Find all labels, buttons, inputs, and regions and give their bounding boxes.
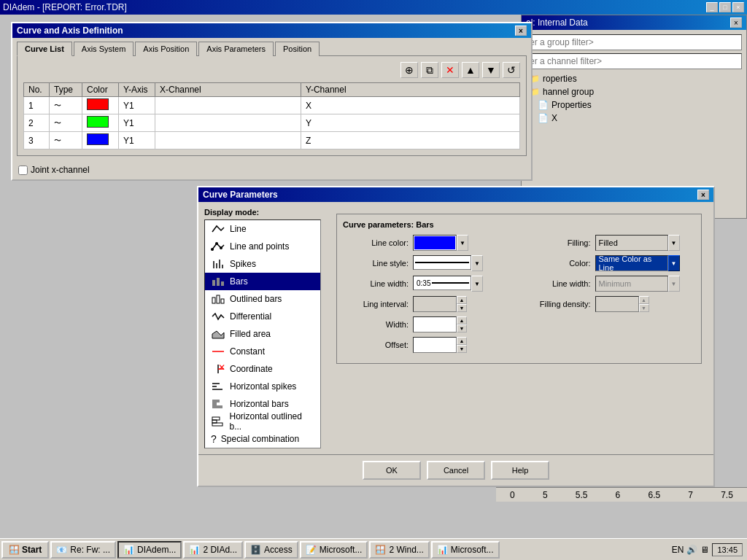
offset-down[interactable]: ▼: [457, 345, 467, 353]
color-dropdown-btn[interactable]: ▼: [668, 255, 680, 271]
offset-spinbox: 0 ▲ ▼: [413, 337, 467, 353]
panel-close-btn[interactable]: ×: [730, 18, 742, 28]
line-color-dropdown[interactable]: [413, 235, 457, 251]
filling-density-up[interactable]: ▲: [639, 296, 649, 304]
ling-interval-input[interactable]: 5: [413, 296, 457, 312]
mode-filled-area[interactable]: Filled area: [205, 325, 320, 343]
copy-curve-btn[interactable]: ⧉: [421, 62, 438, 78]
mode-h-spikes[interactable]: Horizontal spikes: [205, 378, 320, 395]
ok-button[interactable]: OK: [363, 461, 421, 480]
line-width-label: Line width:: [343, 279, 409, 288]
line-width-dropdown-btn[interactable]: ▼: [471, 276, 483, 292]
delete-curve-btn[interactable]: ✕: [441, 62, 459, 78]
diadem-icon: 📊: [123, 545, 134, 555]
line-width2-dropdown-btn[interactable]: ▼: [668, 276, 680, 292]
curve-axis-close-btn[interactable]: ×: [515, 26, 527, 36]
speaker-icon: 🔊: [686, 545, 697, 555]
close-btn[interactable]: ×: [732, 2, 744, 12]
line-style-label: Line style:: [343, 259, 409, 268]
taskbar-diadem2[interactable]: 📊 2 DIAd...: [183, 541, 243, 559]
window-icon: 🪟: [375, 545, 386, 555]
line-style-dropdown-btn[interactable]: ▼: [471, 255, 483, 271]
row3-xchannel: [155, 132, 301, 149]
tab-curve-list[interactable]: Curve List: [17, 42, 72, 56]
curve-params-inner: Display mode: Line Line and points Spike…: [198, 202, 713, 454]
line-width2-value: Minimum: [595, 276, 668, 292]
svg-rect-27: [212, 423, 222, 426]
tree-properties-sub[interactable]: 📄Properties: [526, 98, 742, 112]
mode-bars[interactable]: Bars: [205, 273, 320, 290]
taskbar-diadem[interactable]: 📊 DIAdem...: [117, 541, 182, 559]
mode-outlined-bars[interactable]: Outlined bars: [205, 290, 320, 308]
offset-up[interactable]: ▲: [457, 337, 467, 345]
joint-x-channel-text: Joint x-channel: [31, 165, 90, 175]
tree-properties[interactable]: 📁roperties: [526, 72, 742, 85]
taskbar-refw[interactable]: 📧 Re: Fw: ...: [50, 541, 116, 559]
restore-btn[interactable]: □: [719, 2, 731, 12]
mode-spikes[interactable]: Spikes: [205, 255, 320, 273]
tab-axis-system[interactable]: Axis System: [74, 42, 134, 56]
line-width-row: Line width: 0:35 ▼: [343, 276, 514, 292]
mode-h-bars[interactable]: Horizontal bars: [205, 395, 320, 413]
width-input[interactable]: 0: [413, 316, 457, 332]
ling-interval-up[interactable]: ▲: [457, 296, 467, 304]
tree-channel-group[interactable]: 📁hannel group: [526, 85, 742, 98]
tree-x[interactable]: 📄X: [526, 112, 742, 125]
move-down-btn[interactable]: ▼: [482, 62, 500, 78]
filling-dropdown-btn[interactable]: ▼: [668, 235, 680, 251]
svg-rect-23: [212, 402, 217, 405]
filling-density-down[interactable]: ▼: [639, 304, 649, 312]
taskbar-microsoft[interactable]: 📝 Microsoft...: [300, 541, 368, 559]
group-filter-input[interactable]: [526, 34, 742, 50]
curve-axis-title-bar: Curve and Axis Definition ×: [12, 23, 531, 38]
move-up-btn[interactable]: ▲: [462, 62, 479, 78]
svg-rect-25: [212, 417, 220, 420]
mode-constant[interactable]: Constant: [205, 343, 320, 360]
help-button[interactable]: Help: [491, 461, 549, 480]
width-spinbox: 0 ▲ ▼: [413, 316, 467, 332]
line-color-dropdown-btn[interactable]: ▼: [457, 235, 468, 251]
joint-x-channel-checkbox[interactable]: [18, 166, 28, 175]
mode-differential[interactable]: Differential: [205, 308, 320, 325]
mode-line[interactable]: Line: [205, 220, 320, 238]
add-curve-btn[interactable]: ⊕: [400, 62, 418, 78]
table-row[interactable]: 2 〜 Y1 Y: [24, 114, 520, 132]
cancel-button[interactable]: Cancel: [427, 461, 485, 480]
taskbar-access[interactable]: 🗄️ Access: [244, 541, 298, 559]
panel-title: al: Internal Data: [526, 18, 588, 28]
width-down[interactable]: ▼: [457, 324, 467, 332]
width-spin-btns: ▲ ▼: [457, 316, 467, 332]
row3-no: 3: [24, 132, 50, 149]
mode-h-outlined[interactable]: Horizontal outlined b...: [205, 413, 320, 430]
taskbar-excel[interactable]: 📊 Microsoft...: [431, 541, 500, 559]
outlined-bars-icon: [211, 293, 225, 305]
row3-ychannel: Z: [301, 132, 520, 149]
width-up[interactable]: ▲: [457, 316, 467, 324]
offset-input[interactable]: 0: [413, 337, 457, 353]
spikes-icon: [211, 258, 225, 270]
reset-btn[interactable]: ↺: [503, 62, 520, 78]
curve-params-close-btn[interactable]: ×: [697, 190, 709, 200]
taskbar-window[interactable]: 🪟 2 Wind...: [369, 541, 429, 559]
curve-table: No. Type Color Y-Axis X-Channel Y-Channe…: [23, 82, 520, 149]
mode-line-points[interactable]: Line and points: [205, 238, 320, 255]
minimize-btn[interactable]: _: [706, 2, 718, 12]
joint-x-channel-label[interactable]: Joint x-channel: [18, 165, 90, 175]
coordinate-icon: ✕: [211, 363, 225, 375]
tab-position[interactable]: Position: [275, 42, 320, 56]
table-row[interactable]: 3 〜 Y1 Z: [24, 132, 520, 149]
channel-filter-input[interactable]: [526, 53, 742, 69]
svg-text:✕: ✕: [218, 363, 225, 373]
tab-axis-position[interactable]: Axis Position: [135, 42, 197, 56]
table-row[interactable]: 1 〜 Y1 X: [24, 97, 520, 114]
params-group: Curve parameters: Bars Line color:: [336, 214, 702, 364]
mode-coordinate[interactable]: ✕ Coordinate: [205, 360, 320, 378]
line-color-label: Line color:: [343, 238, 409, 247]
tab-axis-parameters[interactable]: Axis Parameters: [198, 42, 274, 56]
mode-special[interactable]: ? Special combination: [205, 430, 320, 448]
ling-interval-down[interactable]: ▼: [457, 304, 467, 312]
curve-params-title: Curve Parameters: [203, 190, 278, 200]
app-title: DIAdem - [REPORT: Error.TDR]: [3, 2, 127, 12]
filling-density-input[interactable]: 33: [595, 296, 639, 312]
start-button[interactable]: 🪟 Start: [1, 541, 49, 559]
